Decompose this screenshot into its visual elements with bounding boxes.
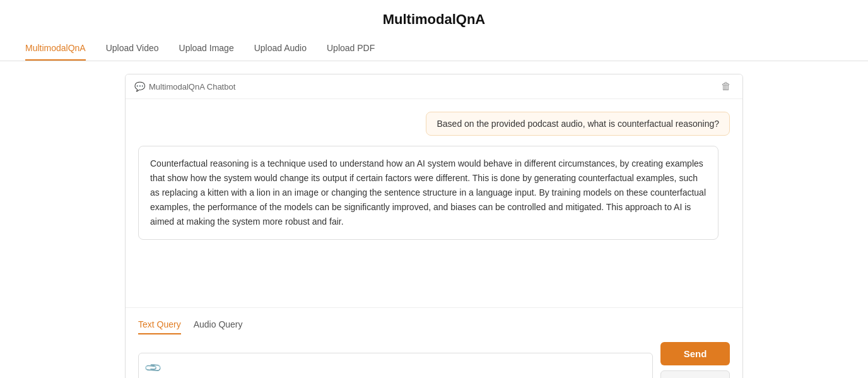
input-section: Text Query Audio Query 📎 Send 🗑 Clear [126, 307, 742, 378]
nav-tab-upload-image[interactable]: Upload Image [179, 37, 234, 61]
clear-button[interactable]: 🗑 Clear [660, 370, 730, 378]
user-message: Based on the provided podcast audio, wha… [138, 112, 730, 136]
query-tabs: Text Query Audio Query [138, 316, 730, 334]
nav-tab-multimodalqna[interactable]: MultimodalQnA [25, 37, 86, 61]
nav-tab-upload-video[interactable]: Upload Video [106, 37, 159, 61]
user-bubble: Based on the provided podcast audio, wha… [426, 112, 730, 136]
chatbot-icon: 💬 [134, 81, 145, 92]
page-title: MultimodalQnA [0, 0, 868, 37]
tab-text-query[interactable]: Text Query [138, 316, 181, 334]
chat-header: 💬 MultimodalQnA Chatbot 🗑 [126, 74, 742, 99]
chat-header-label: MultimodalQnA Chatbot [149, 82, 235, 92]
chat-header-left: 💬 MultimodalQnA Chatbot [134, 81, 235, 92]
tab-audio-query[interactable]: Audio Query [194, 316, 243, 334]
nav-tab-upload-audio[interactable]: Upload Audio [254, 37, 307, 61]
attach-icon[interactable]: 📎 [143, 358, 163, 377]
delete-chat-icon[interactable]: 🗑 [718, 80, 734, 93]
nav-tabs: MultimodalQnA Upload Video Upload Image … [0, 37, 868, 61]
action-buttons: Send 🗑 Clear [660, 342, 730, 378]
nav-tab-upload-pdf[interactable]: Upload PDF [327, 37, 375, 61]
bot-message: Counterfactual reasoning is a technique … [138, 146, 730, 240]
input-row: 📎 Send 🗑 Clear [138, 342, 730, 378]
bot-bubble: Counterfactual reasoning is a technique … [138, 146, 718, 240]
send-button[interactable]: Send [660, 342, 730, 365]
main-content: 💬 MultimodalQnA Chatbot 🗑 Based on the p… [0, 61, 868, 378]
chat-container: 💬 MultimodalQnA Chatbot 🗑 Based on the p… [125, 74, 743, 378]
chat-messages: Based on the provided podcast audio, wha… [126, 99, 742, 307]
text-input-wrapper: 📎 [138, 353, 653, 379]
text-query-input[interactable] [165, 363, 645, 373]
